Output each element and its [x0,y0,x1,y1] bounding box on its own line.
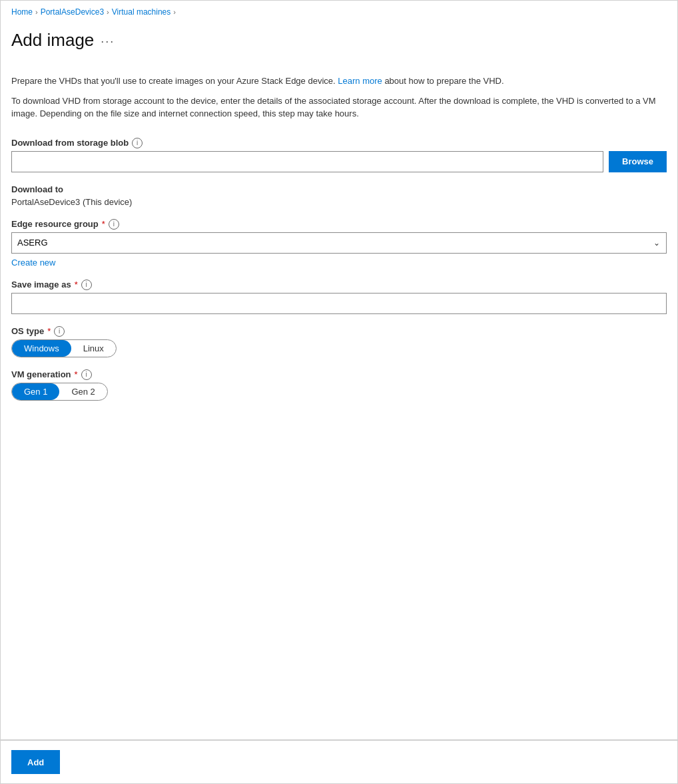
storage-blob-group: Download from storage blob i Browse [11,138,667,172]
footer: Add [0,740,678,784]
edge-resource-group-select[interactable]: ASERG [11,232,667,254]
os-type-linux-button[interactable]: Linux [71,340,116,357]
breadcrumb-separator-2: › [107,8,109,16]
os-type-group: OS type * i Windows Linux [11,326,667,357]
vm-generation-toggle-group: Gen 1 Gen 2 [11,383,108,401]
main-content: Add image ··· Prepare the VHDs that you'… [0,22,678,740]
breadcrumb-separator-3: › [173,8,176,16]
os-type-info-icon[interactable]: i [54,326,65,337]
download-to-group: Download to PortalAseDevice3 (This devic… [11,184,667,207]
storage-blob-label-row: Download from storage blob i [11,138,667,148]
save-image-as-info-icon[interactable]: i [81,280,92,290]
download-to-label: Download to [11,184,667,194]
vm-generation-info-icon[interactable]: i [81,369,92,380]
storage-blob-info-icon[interactable]: i [132,138,143,148]
os-type-required: * [47,326,51,336]
os-type-label: OS type [11,326,44,336]
description-text-1-pre: Prepare the VHDs that you'll use to crea… [11,76,336,86]
breadcrumb: Home › PortalAseDevice3 › Virtual machin… [0,0,678,22]
description-section: Prepare the VHDs that you'll use to crea… [11,64,667,132]
os-type-label-row: OS type * i [11,326,667,337]
vm-generation-gen2-button[interactable]: Gen 2 [59,383,107,400]
save-image-as-group: Save image as * i [11,280,667,314]
save-image-as-required: * [75,280,78,290]
edge-resource-group-required: * [102,219,105,229]
breadcrumb-virtual-machines[interactable]: Virtual machines [112,7,171,17]
save-image-as-label: Save image as [11,280,71,290]
browse-button[interactable]: Browse [609,151,667,172]
save-image-as-input[interactable] [11,293,667,314]
form-section: Download from storage blob i Browse Down… [11,132,667,401]
vm-generation-label-row: VM generation * i [11,369,667,380]
save-image-as-label-row: Save image as * i [11,280,667,290]
description-text-1: Prepare the VHDs that you'll use to crea… [11,75,667,88]
blob-input-row: Browse [11,151,667,172]
edge-resource-group-group: Edge resource group * i ASERG ⌄ Create n… [11,219,667,268]
page-title: Add image [11,30,94,51]
page-title-area: Add image ··· [11,22,667,64]
breadcrumb-home[interactable]: Home [11,7,33,17]
edge-resource-group-label: Edge resource group [11,219,99,229]
vm-generation-label: VM generation [11,369,71,379]
more-options-button[interactable]: ··· [101,35,115,49]
vm-generation-group: VM generation * i Gen 1 Gen 2 [11,369,667,401]
download-to-value: PortalAseDevice3 (This device) [11,197,667,207]
breadcrumb-device[interactable]: PortalAseDevice3 [41,7,104,17]
description-text-1-post: about how to prepare the VHD. [384,76,504,86]
storage-blob-input[interactable] [11,151,603,172]
add-button[interactable]: Add [11,750,60,774]
os-type-windows-button[interactable]: Windows [12,340,71,357]
edge-resource-group-dropdown-container: ASERG ⌄ [11,232,667,254]
storage-blob-label: Download from storage blob [11,138,129,148]
description-text-2: To download VHD from storage account to … [11,95,667,120]
vm-generation-gen1-button[interactable]: Gen 1 [12,383,59,400]
breadcrumb-separator-1: › [35,8,38,16]
os-type-toggle-group: Windows Linux [11,339,117,357]
edge-resource-group-info-icon[interactable]: i [109,219,119,230]
create-new-link[interactable]: Create new [11,258,55,268]
vm-generation-required: * [75,369,78,379]
learn-more-link[interactable]: Learn more [338,76,382,86]
edge-resource-group-label-row: Edge resource group * i [11,219,667,230]
